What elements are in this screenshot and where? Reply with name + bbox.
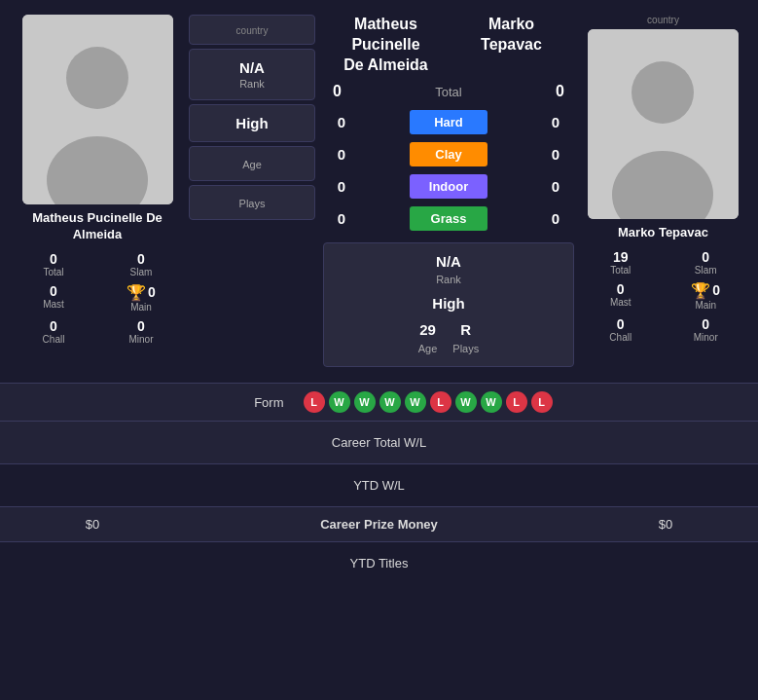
player1-middle-panel: country N/A Rank High Age Plays [189, 15, 315, 367]
player1-country-box: country [189, 15, 315, 45]
player1-plays-label: Plays [239, 198, 266, 209]
career-wl-row: Career Total W/L [0, 421, 758, 463]
career-prize-label: Career Prize Money [165, 517, 593, 532]
player2-slam-value: 0 [702, 249, 709, 265]
player1-age-box: Age [189, 146, 315, 181]
p1-clay: 0 [327, 146, 356, 163]
player2-chall-label: Chall [609, 332, 632, 343]
p2-high-value: High [432, 295, 464, 312]
career-prize-row: $0 Career Prize Money $0 [0, 506, 758, 541]
career-wl-label: Career Total W/L [19, 435, 739, 450]
player2-minor-value: 0 [702, 316, 709, 332]
prize-right-value: $0 [593, 517, 739, 532]
player1-avatar [22, 15, 173, 204]
p2-age-value: 29 [419, 321, 436, 338]
prize-left-value: $0 [19, 517, 165, 532]
player1-stats-grid: 0 Total 0 Slam 0 Mast 🏆 0 Main [10, 249, 185, 347]
player2-minor-stat: 0 Minor [668, 314, 745, 345]
player1-total-value: 0 [50, 251, 57, 267]
form-badge-9: L [506, 391, 527, 413]
p1-indoor: 0 [327, 178, 356, 195]
center-column: Matheus Pucinelle De Almeida Marko Tepav… [319, 15, 578, 367]
p2-right-info: N/A Rank High 29 Age R Plays [323, 242, 574, 367]
ytd-wl-label: YTD W/L [19, 478, 739, 493]
player1-name: Matheus Pucinelle De Almeida [10, 210, 185, 243]
player1-high-box: High [189, 104, 315, 142]
form-badge-7: W [455, 391, 477, 413]
player1-minor-stat: 0 Minor [101, 316, 181, 347]
form-badge-10: L [531, 391, 553, 413]
total-row: 0 Total 0 [323, 83, 574, 100]
total-label: Total [435, 85, 461, 99]
player2-mast-label: Mast [610, 297, 632, 308]
grass-badge: Grass [410, 206, 487, 231]
player1-card: Matheus Pucinelle De Almeida 0 Total 0 S… [10, 15, 185, 367]
p2-indoor: 0 [541, 178, 570, 195]
trophy-icon-p2: 🏆 [691, 281, 710, 300]
player2-country: country [647, 15, 679, 25]
player1-minor-value: 0 [137, 318, 145, 334]
player1-high-value: High [235, 115, 268, 131]
p2-plays-label: Plays [452, 343, 479, 354]
player2-card: country Marko Tepavac 19 Total 0 Slam [578, 15, 748, 367]
hard-row: 0 Hard 0 [323, 110, 574, 134]
player2-main-label: Main [695, 300, 716, 311]
player1-plays-box: Plays [189, 185, 315, 220]
player1-chall-label: Chall [43, 334, 65, 345]
player1-chall-value: 0 [50, 318, 57, 334]
player2-mast-stat: 0 Mast [582, 279, 660, 313]
form-badge-4: W [379, 391, 401, 413]
player2-main-value: 0 [712, 282, 720, 298]
form-badges: L W W W W L W W L L [304, 391, 553, 413]
form-badge-1: L [304, 391, 325, 413]
player1-slam-value: 0 [137, 251, 145, 267]
player2-chall-stat: 0 Chall [582, 314, 660, 345]
indoor-badge: Indoor [410, 174, 487, 199]
player1-slam-label: Slam [130, 267, 153, 277]
player2-total-label: Total [610, 265, 631, 276]
player-names-header: Matheus Pucinelle De Almeida Marko Tepav… [323, 15, 574, 75]
player1-mast-label: Mast [43, 299, 64, 310]
player2-trophy-main: 🏆 0 Main [668, 279, 745, 313]
p2-rank-label: Rank [436, 274, 461, 285]
player1-main-value: 0 [148, 284, 156, 300]
form-badge-2: W [329, 391, 350, 413]
player2-avatar [588, 29, 739, 219]
p1-hard: 0 [327, 114, 356, 130]
p2-clay: 0 [541, 146, 570, 163]
player1-rank-box: N/A Rank [189, 49, 315, 100]
form-row: Form L W W W W L W W L L [0, 383, 758, 421]
player2-total-stat: 19 Total [582, 247, 660, 277]
player2-slam-stat: 0 Slam [668, 247, 745, 277]
ytd-titles-label: YTD Titles [19, 556, 739, 571]
p2-hard: 0 [541, 114, 570, 130]
player1-main-label: Main [130, 302, 152, 313]
grass-row: 0 Grass 0 [323, 206, 574, 231]
player1-mast-stat: 0 Mast [14, 281, 93, 314]
svg-point-4 [632, 61, 694, 124]
svg-point-1 [66, 47, 128, 109]
p1-header-name: Matheus Pucinelle De Almeida [323, 15, 449, 75]
p2-total: 0 [556, 83, 564, 100]
player1-country-flag: country [236, 25, 269, 36]
p2-rank-value: N/A [436, 253, 461, 270]
player1-chall-stat: 0 Chall [14, 316, 93, 347]
player2-stats-grid: 19 Total 0 Slam 0 Mast 🏆 0 Main [578, 247, 748, 345]
form-label: Form [206, 395, 284, 410]
player1-slam-stat: 0 Slam [101, 249, 181, 279]
player2-minor-label: Minor [694, 332, 718, 343]
form-badge-5: W [405, 391, 426, 413]
player1-rank-label: Rank [239, 78, 265, 90]
trophy-icon: 🏆 [126, 283, 146, 302]
form-badge-3: W [354, 391, 376, 413]
player2-total-value: 19 [613, 249, 629, 265]
player1-minor-label: Minor [128, 334, 153, 345]
hard-badge: Hard [410, 110, 487, 134]
player2-mast-value: 0 [617, 281, 625, 297]
p2-plays-value: R [460, 321, 471, 338]
p1-grass: 0 [327, 210, 356, 227]
player1-rank-value: N/A [239, 59, 265, 76]
player1-age-label: Age [242, 159, 262, 170]
indoor-row: 0 Indoor 0 [323, 174, 574, 199]
p1-total: 0 [333, 83, 342, 100]
